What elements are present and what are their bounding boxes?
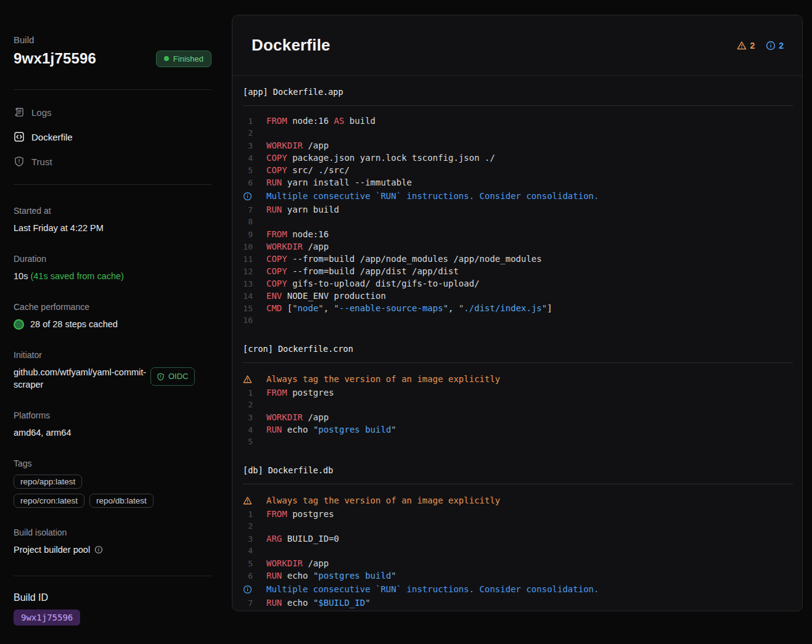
shield-icon: [157, 373, 165, 381]
code-token: WORKDIR: [266, 141, 303, 150]
code-token: echo: [282, 598, 313, 608]
code-token: node:16: [287, 229, 329, 239]
code-row: 7RUN yarn build: [243, 203, 793, 216]
code-line: FROM node:16 AS build: [266, 115, 375, 127]
status-badge: Finished: [156, 51, 211, 67]
code-row: 15CMD ["node", "--enable-source-maps", "…: [243, 302, 793, 314]
code-row: 2: [243, 399, 793, 411]
code-row: 9FROM node:16: [243, 228, 793, 240]
code-row: 8: [243, 216, 793, 228]
duration-label: Duration: [14, 254, 211, 264]
info-count-badge[interactable]: 2: [766, 41, 784, 51]
code-row: 11COPY --from=build /app/node_modules /a…: [243, 253, 793, 265]
code-token: postgres: [287, 388, 334, 397]
line-number: 5: [243, 165, 253, 177]
oidc-badge: OIDC: [150, 367, 195, 386]
code-line: WORKDIR /app: [266, 557, 329, 569]
code-token: NODE_ENV production: [282, 291, 386, 301]
code-token: --from=build /app/dist /app/dist: [287, 266, 459, 276]
code-token: ": [391, 425, 396, 434]
lint-warning-row: Always tag the version of an image expli…: [243, 493, 793, 508]
line-number: 6: [243, 570, 253, 582]
initiator-value: github.com/wtfyaml/yaml-commit-scraper: [14, 366, 150, 391]
section-header: [cron] Dockerfile.cron: [243, 343, 793, 363]
line-number: 4: [243, 545, 253, 557]
code-token: $BUILD_ID: [318, 598, 365, 608]
code-token: ,: [324, 303, 334, 313]
sidebar-item-trust[interactable]: Trust: [14, 153, 211, 170]
initiator-label: Initiator: [14, 350, 211, 360]
platforms-group: Platforms amd64, arm64: [14, 410, 211, 439]
code-token: COPY: [266, 153, 287, 163]
code-line: COPY package.json yarn.lock tsconfig.jso…: [266, 152, 495, 164]
dockerfile-section: [db] Dockerfile.dbAlways tag the version…: [243, 464, 793, 611]
sidebar-item-dockerfile[interactable]: Dockerfile: [14, 128, 211, 145]
code-token: /app: [303, 412, 329, 422]
code-token: ": [318, 303, 323, 313]
code-token: RUN: [266, 205, 282, 214]
shield-icon: [14, 156, 25, 167]
code-token: /app: [303, 141, 329, 150]
code-token: WORKDIR: [266, 242, 303, 251]
code-token: WORKDIR: [266, 412, 303, 422]
code-token: COPY: [266, 279, 287, 288]
line-number: 6: [243, 177, 253, 189]
code-line: RUN echo "postgres build": [266, 423, 396, 436]
line-number: 16: [243, 314, 253, 327]
code-token: COPY: [266, 254, 287, 264]
tag-pill: repo/cron:latest: [14, 494, 84, 508]
dockerfile-section: [app] Dockerfile.app1FROM node:16 AS bui…: [243, 86, 793, 327]
sidebar-item-logs[interactable]: Logs: [14, 104, 211, 121]
build-id-chip[interactable]: 9wx1j75596: [14, 609, 80, 626]
code-token: [: [282, 303, 292, 313]
code-row: 3WORKDIR /app: [243, 139, 793, 152]
code-row: 3WORKDIR /app: [243, 411, 793, 423]
code-token: FROM: [266, 509, 287, 519]
duration-value: 10s: [14, 271, 28, 281]
line-number: 3: [243, 412, 253, 424]
code-row: 4COPY package.json yarn.lock tsconfig.js…: [243, 152, 793, 164]
code-token: echo: [282, 425, 313, 434]
code-row: 8: [243, 609, 793, 611]
code-token: BUILD_ID=0: [282, 534, 339, 544]
lint-message: Multiple consecutive `RUN` instructions.…: [266, 189, 599, 203]
line-number: 1: [243, 508, 253, 521]
warning-count: 2: [750, 41, 755, 51]
code-token: FROM: [266, 229, 287, 239]
sidebar: Build 9wx1j75596 Finished LogsDockerfile…: [14, 35, 211, 626]
warning-icon: [737, 41, 747, 51]
code-line: RUN echo "$BUILD_ID": [266, 597, 371, 609]
code-row: 13COPY gifs-to-upload/ dist/gifs-to-uplo…: [243, 277, 793, 290]
code-icon: [14, 131, 25, 142]
code-token: RUN: [266, 425, 282, 434]
code-row: 1FROM postgres: [243, 508, 793, 520]
code-row: 6RUN yarn install --immutable: [243, 176, 793, 189]
code-token: package.json yarn.lock tsconfig.json ./: [287, 153, 495, 163]
code-line: COPY --from=build /app/dist /app/dist: [266, 265, 459, 277]
line-number: 10: [243, 241, 253, 253]
code-token: postgres: [287, 509, 334, 519]
tag-pill: repo/db:latest: [89, 494, 154, 508]
duration-saved: (41s saved from cache): [30, 271, 124, 281]
code-token: --enable-source-maps: [339, 303, 443, 313]
code-row: 14ENV NODE_ENV production: [243, 290, 793, 302]
code-line: RUN yarn build: [266, 203, 339, 216]
warning-count-badge[interactable]: 2: [737, 41, 755, 51]
info-tooltip-icon[interactable]: [94, 545, 103, 554]
code-token: CMD: [266, 303, 282, 313]
lint-message: Always tag the version of an image expli…: [266, 372, 500, 386]
code-token: ": [292, 303, 297, 313]
code-row: 5WORKDIR /app: [243, 557, 793, 569]
started-at-label: Started at: [14, 206, 211, 216]
code-token: yarn install --immutable: [282, 177, 412, 187]
code-line: ARG BUILD_ID=0: [266, 532, 339, 545]
info-count: 2: [779, 41, 784, 51]
code-token: ARG: [266, 534, 282, 544]
info-icon: [766, 41, 776, 51]
code-token: --from=build /app/node_modules /app/node…: [287, 254, 542, 264]
code-line: COPY src/ ./src/: [266, 164, 350, 176]
code-token: RUN: [266, 177, 282, 187]
code-token: build: [344, 116, 375, 126]
code-token: ]: [547, 303, 552, 313]
isolation-group: Build isolation Project builder pool: [14, 528, 211, 556]
